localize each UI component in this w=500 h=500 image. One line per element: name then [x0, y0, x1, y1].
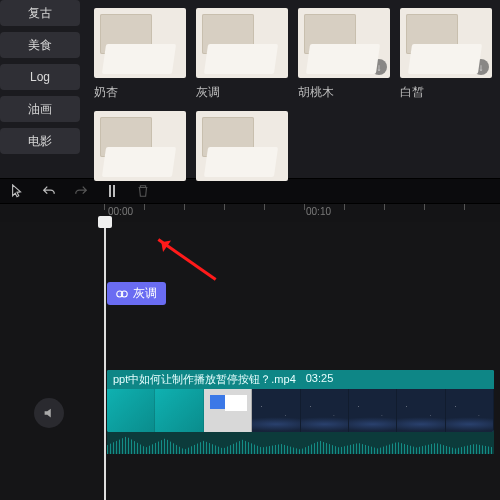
- filter-name: 白皙: [400, 84, 492, 101]
- filter-clip-label: 灰调: [133, 285, 157, 302]
- filter-name: 奶杏: [94, 84, 186, 101]
- filter-thumb[interactable]: ↓胡桃木: [298, 8, 390, 101]
- video-clip-header: ppt中如何让制作播放暂停按钮？.mp4 03:25: [107, 370, 494, 389]
- video-filename: ppt中如何让制作播放暂停按钮？.mp4: [113, 372, 296, 387]
- category-item[interactable]: 电影: [0, 128, 80, 154]
- filter-clip[interactable]: 灰调: [107, 282, 166, 305]
- filter-clip-icon: [116, 288, 128, 300]
- delete-button[interactable]: [136, 184, 150, 198]
- ruler-label: 00:10: [306, 206, 331, 217]
- cursor-tool[interactable]: [10, 184, 24, 198]
- video-duration: 03:25: [306, 372, 334, 387]
- undo-button[interactable]: [42, 184, 56, 198]
- filter-name: 灰调: [196, 84, 288, 101]
- annotation-arrow: [157, 238, 216, 281]
- audio-waveform[interactable]: [107, 432, 494, 454]
- category-item[interactable]: Log: [0, 64, 80, 90]
- category-list: 复古 美食 Log 油画 电影: [0, 0, 86, 178]
- filter-thumb[interactable]: [196, 111, 288, 187]
- download-icon[interactable]: ↓: [371, 59, 387, 75]
- ruler-label: 00:00: [108, 206, 133, 217]
- redo-button[interactable]: [74, 184, 88, 198]
- split-tool[interactable]: [106, 184, 118, 198]
- svg-point-1: [121, 291, 127, 297]
- video-frames: [107, 389, 494, 432]
- mute-button[interactable]: [34, 398, 64, 428]
- category-item[interactable]: 油画: [0, 96, 80, 122]
- filter-thumb[interactable]: ↓白皙: [400, 8, 492, 101]
- filter-gallery: 奶杏 灰调 ↓胡桃木 ↓白皙: [86, 0, 500, 178]
- filter-thumb[interactable]: 奶杏: [94, 8, 186, 101]
- download-icon[interactable]: ↓: [473, 59, 489, 75]
- filter-name: 胡桃木: [298, 84, 390, 101]
- time-ruler[interactable]: 00:00 00:10: [0, 204, 500, 222]
- video-clip[interactable]: ppt中如何让制作播放暂停按钮？.mp4 03:25: [107, 370, 494, 432]
- playhead[interactable]: [104, 222, 106, 500]
- filter-thumb[interactable]: [94, 111, 186, 187]
- filter-thumb[interactable]: 灰调: [196, 8, 288, 101]
- category-item[interactable]: 美食: [0, 32, 80, 58]
- category-item[interactable]: 复古: [0, 0, 80, 26]
- timeline[interactable]: 灰调 ppt中如何让制作播放暂停按钮？.mp4 03:25: [0, 222, 500, 500]
